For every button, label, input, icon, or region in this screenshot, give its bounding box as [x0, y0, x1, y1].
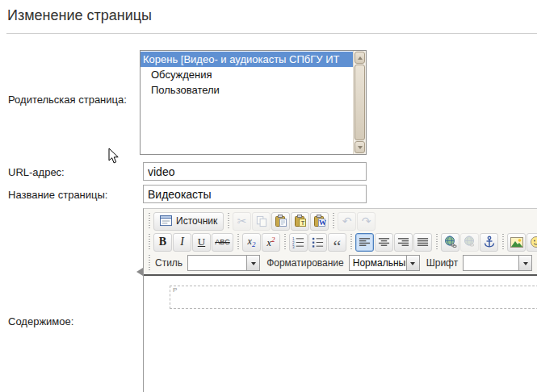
scrollbar-thumb[interactable]	[355, 65, 365, 140]
underline-button[interactable]: U	[192, 233, 211, 252]
anchor-button[interactable]	[480, 233, 498, 252]
page-edit-screen: Изменение страницы Родительская страница…	[0, 0, 537, 392]
format-select-value: Нормальный	[350, 257, 406, 269]
cut-button[interactable]: ✂	[233, 212, 251, 231]
scroll-up-button[interactable]	[355, 52, 365, 64]
paste-button[interactable]	[271, 212, 290, 231]
toolbar-grip	[149, 255, 150, 271]
paste-icon	[275, 215, 287, 227]
source-button-label: Источник	[176, 215, 217, 227]
subscript-icon: x2	[248, 236, 256, 248]
align-center-button[interactable]	[375, 233, 393, 252]
link-button[interactable]	[441, 233, 459, 252]
chevron-down-icon	[251, 262, 256, 268]
undo-icon: ↶	[342, 215, 352, 227]
copy-button[interactable]	[252, 212, 271, 231]
toolbar-grip	[350, 234, 352, 250]
format-select-dropdown-button[interactable]	[406, 256, 419, 270]
bulleted-list-button[interactable]	[308, 233, 327, 252]
strikethrough-button[interactable]: ABC	[212, 233, 233, 252]
svg-text:W: W	[319, 219, 326, 227]
rich-text-editor: Источник ✂ T W ↶ ↷	[143, 208, 537, 392]
toolbar-grip	[502, 234, 504, 250]
bulleted-list-icon	[312, 236, 324, 248]
smiley-icon	[530, 236, 537, 248]
listbox-option-users[interactable]: Пользователи	[141, 82, 353, 98]
font-select[interactable]	[463, 255, 532, 271]
title-divider	[6, 33, 537, 34]
scissors-icon: ✂	[237, 215, 247, 227]
url-label: URL-адрес:	[8, 166, 65, 178]
align-left-icon	[359, 236, 371, 248]
page-title-input[interactable]	[143, 185, 367, 203]
italic-button[interactable]: I	[173, 233, 191, 252]
listbox-option-discussions[interactable]: Обсуждения	[141, 67, 353, 82]
toolbar-grip	[436, 234, 438, 250]
toolbar-grip	[149, 213, 150, 229]
align-right-button[interactable]	[394, 233, 413, 252]
undo-button[interactable]: ↶	[338, 212, 356, 231]
blockquote-button[interactable]: “	[328, 233, 346, 252]
unlink-icon	[464, 236, 476, 248]
toolbar-grip	[333, 213, 334, 229]
toolbar-row-1: Источник ✂ T W ↶ ↷	[145, 211, 537, 231]
source-icon	[160, 215, 172, 227]
listbox-options: Корень [Видео- и аудиокасты СПбГУ ИТ Обс…	[141, 51, 353, 154]
align-left-button[interactable]	[355, 233, 374, 252]
scroll-down-button[interactable]	[355, 141, 365, 153]
redo-icon: ↷	[362, 215, 371, 227]
align-justify-button[interactable]	[413, 233, 432, 252]
listbox-scrollbar[interactable]	[353, 51, 366, 154]
editor-content-area[interactable]: P	[144, 274, 537, 392]
bold-button[interactable]: B	[153, 233, 172, 252]
chevron-down-icon	[358, 146, 363, 152]
page-title-label: Название страницы:	[8, 189, 107, 201]
align-center-icon	[378, 236, 390, 248]
bold-label: B	[159, 236, 166, 248]
superscript-button[interactable]: x2	[262, 233, 280, 252]
svg-text:3: 3	[292, 245, 295, 248]
toolbar-grip	[228, 213, 229, 229]
numbered-list-icon: 123	[292, 236, 304, 248]
style-select-dropdown-button[interactable]	[246, 256, 259, 270]
unlink-button[interactable]	[460, 233, 479, 252]
paragraph-block: P	[170, 286, 537, 309]
paste-text-icon: T	[294, 215, 307, 227]
superscript-icon: x2	[267, 236, 275, 249]
font-select-dropdown-button[interactable]	[518, 256, 531, 270]
toolbar-grip	[237, 234, 239, 250]
format-select[interactable]: Нормальный	[349, 255, 420, 271]
paste-word-button[interactable]: W	[310, 212, 329, 231]
format-label: Форматирование	[266, 257, 344, 269]
smiley-button[interactable]	[527, 233, 537, 252]
source-button[interactable]: Источник	[153, 212, 224, 231]
svg-text:T: T	[300, 219, 304, 227]
url-input[interactable]	[143, 162, 367, 181]
italic-label: I	[180, 236, 184, 248]
font-label: Шрифт	[426, 257, 458, 269]
toolbar-row-3: Стиль Форматирование Нормальный Шрифт Ра…	[145, 252, 537, 273]
parent-page-listbox[interactable]: Корень [Видео- и аудиокасты СПбГУ ИТ Обс…	[140, 50, 367, 155]
block-tag-label: P	[173, 286, 177, 294]
numbered-list-button[interactable]: 123	[289, 233, 308, 252]
editor-toolbar: Источник ✂ T W ↶ ↷	[144, 209, 537, 274]
toolbar-row-2: B I U ABC x2 x2 123 “	[145, 231, 537, 252]
page-title: Изменение страницы	[7, 7, 152, 24]
strikethrough-label: ABC	[215, 238, 230, 246]
toolbar-grip	[284, 234, 286, 250]
chevron-down-icon	[410, 262, 415, 268]
toolbar-collapse-button[interactable]	[136, 268, 143, 276]
redo-button[interactable]: ↷	[357, 212, 375, 231]
chevron-down-icon	[523, 262, 528, 268]
image-icon	[510, 236, 523, 248]
image-button[interactable]	[507, 233, 526, 252]
content-label: Содержимое:	[8, 315, 73, 327]
style-select[interactable]	[187, 255, 260, 271]
link-icon	[444, 236, 457, 248]
listbox-option-root[interactable]: Корень [Видео- и аудиокасты СПбГУ ИТ	[141, 52, 353, 67]
align-right-icon	[397, 236, 409, 248]
style-label: Стиль	[155, 257, 182, 269]
paste-text-button[interactable]: T	[291, 212, 309, 231]
subscript-button[interactable]: x2	[242, 233, 261, 252]
align-justify-icon	[417, 236, 429, 248]
